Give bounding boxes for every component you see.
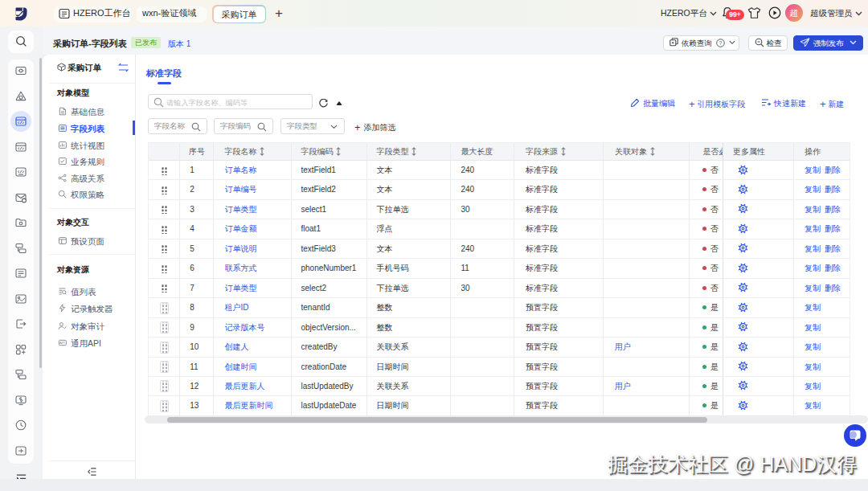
svg-text:API: API (59, 341, 64, 345)
svg-text:?: ? (719, 40, 722, 46)
